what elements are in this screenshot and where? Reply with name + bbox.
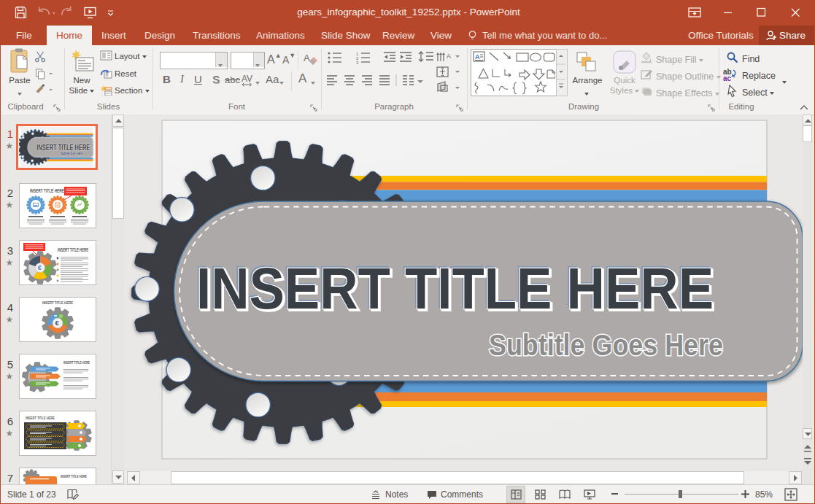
svg-text:INSERT TITLE HERE: INSERT TITLE HERE: [196, 256, 714, 321]
svg-text:A: A: [475, 53, 480, 61]
svg-text:INSERT TITLE HERE: INSERT TITLE HERE: [30, 188, 64, 193]
svg-text:€: €: [38, 264, 42, 271]
svg-text:A: A: [447, 53, 451, 60]
svg-text:INSERT TITLE HERE: INSERT TITLE HERE: [61, 474, 87, 478]
svg-text:INSERT TITLE HERE: INSERT TITLE HERE: [26, 416, 55, 420]
svg-text:INSERT TITLE HERE: INSERT TITLE HERE: [36, 144, 90, 152]
svg-text:A: A: [304, 53, 310, 63]
svg-text:Subtitle Goes Here: Subtitle Goes Here: [489, 328, 723, 362]
svg-text:ac: ac: [723, 74, 732, 82]
svg-text:INSERT TITLE HERE: INSERT TITLE HERE: [42, 301, 73, 305]
svg-text:INSERT TITLE HERE: INSERT TITLE HERE: [63, 360, 90, 365]
svg-text:Subtitle Goes Here: Subtitle Goes Here: [61, 152, 83, 155]
svg-text:INSERT TITLE HERE: INSERT TITLE HERE: [58, 247, 88, 252]
svg-text:3: 3: [356, 61, 359, 65]
svg-text:€: €: [55, 319, 60, 327]
